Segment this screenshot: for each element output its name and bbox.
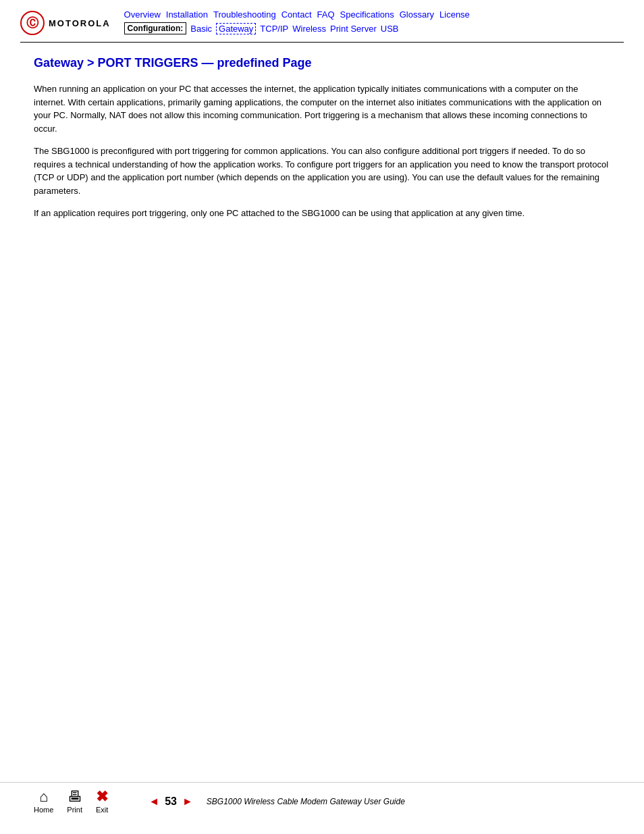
nav-overview[interactable]: Overview — [124, 9, 161, 20]
exit-button[interactable]: ✖ Exit — [96, 789, 108, 814]
paragraph-2: The SBG1000 is preconfigured with port t… — [34, 145, 610, 197]
nav-bottom: Configuration: Basic Gateway TCP/IP Wire… — [124, 22, 470, 34]
paragraph-1: When running an application on your PC t… — [34, 82, 610, 135]
next-page-button[interactable]: ► — [182, 796, 193, 808]
motorola-logo-icon: Ⓒ — [20, 11, 45, 35]
nav-usb[interactable]: USB — [381, 24, 399, 34]
nav-print-server[interactable]: Print Server — [330, 24, 377, 34]
home-button[interactable]: ⌂ Home — [34, 789, 53, 814]
paragraph-3: If an application requires port triggeri… — [34, 207, 610, 220]
config-label: Configuration: — [124, 22, 187, 34]
doc-title: SBG1000 Wireless Cable Modem Gateway Use… — [207, 797, 405, 806]
page-title: Gateway > PORT TRIGGERS — predefined Pag… — [34, 56, 610, 70]
nav-glossary[interactable]: Glossary — [400, 9, 434, 20]
nav-contact[interactable]: Contact — [281, 9, 312, 20]
print-icon: 🖶 — [68, 789, 82, 804]
nav-troubleshooting[interactable]: Troubleshooting — [213, 9, 276, 20]
main-content: Gateway > PORT TRIGGERS — predefined Pag… — [0, 43, 644, 243]
nav-specifications[interactable]: Specifications — [340, 9, 394, 20]
exit-icon: ✖ — [96, 789, 108, 804]
header: Ⓒ MOTOROLA Overview Installation Trouble… — [0, 0, 644, 35]
nav-basic[interactable]: Basic — [190, 24, 212, 34]
print-button[interactable]: 🖶 Print — [67, 789, 82, 814]
nav-wireless[interactable]: Wireless — [292, 24, 326, 34]
nav-gateway[interactable]: Gateway — [216, 23, 256, 34]
home-label: Home — [34, 806, 53, 814]
exit-label: Exit — [96, 806, 108, 814]
logo-area: Ⓒ MOTOROLA — [20, 9, 111, 35]
footer-page-nav: ◄ 53 ► — [149, 796, 192, 808]
footer-nav-icons: ⌂ Home 🖶 Print ✖ Exit — [34, 789, 108, 814]
print-label: Print — [67, 806, 82, 814]
home-icon: ⌂ — [39, 789, 48, 804]
nav-tcpip[interactable]: TCP/IP — [260, 24, 288, 34]
nav-installation[interactable]: Installation — [166, 9, 208, 20]
nav-faq[interactable]: FAQ — [317, 9, 335, 20]
footer: ⌂ Home 🖶 Print ✖ Exit ◄ 53 ► SBG1000 Wir… — [0, 782, 644, 814]
motorola-brand-text: MOTOROLA — [49, 18, 111, 28]
nav-area: Overview Installation Troubleshooting Co… — [124, 9, 470, 34]
nav-top: Overview Installation Troubleshooting Co… — [124, 9, 470, 20]
prev-page-button[interactable]: ◄ — [149, 796, 159, 808]
page-number: 53 — [165, 796, 177, 808]
nav-license[interactable]: License — [439, 9, 470, 20]
